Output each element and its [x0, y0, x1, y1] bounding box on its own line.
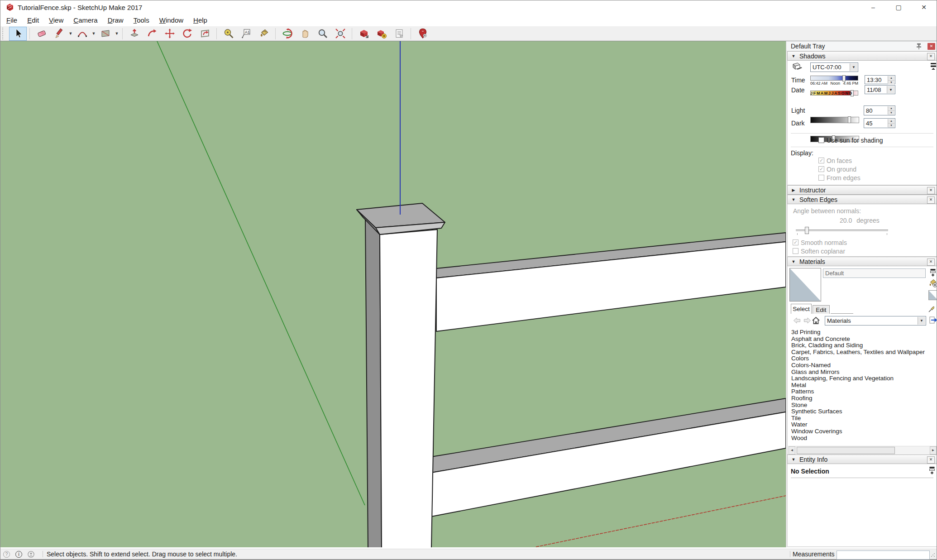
home-icon[interactable] [812, 316, 820, 325]
title-bar[interactable]: TutorialFence.skp - SketchUp Make 2017 –… [0, 0, 937, 14]
tray-close-button[interactable]: ✕ [927, 43, 935, 50]
tape-measure-tool-button[interactable] [220, 27, 237, 41]
list-item[interactable]: Tile [788, 415, 937, 422]
date-input[interactable]: 11/08 ▼ [865, 85, 895, 94]
collection-dropdown-icon[interactable]: ▼ [918, 317, 925, 325]
soften-edges-close-icon[interactable]: ✕ [927, 196, 935, 204]
list-item[interactable]: Metal [788, 382, 937, 389]
arc-tool-dropdown[interactable]: ▼ [91, 27, 96, 40]
smooth-normals-checkbox[interactable] [793, 239, 798, 245]
shapes-tool-button[interactable] [96, 27, 114, 41]
push-pull-tool-button[interactable] [125, 27, 143, 41]
use-sun-checkbox[interactable] [818, 137, 824, 143]
soften-edges-panel-header[interactable]: ▼ Soften Edges ✕ [787, 195, 937, 204]
move-tool-button[interactable] [161, 27, 178, 41]
measurements-input[interactable] [837, 550, 930, 560]
materials-close-icon[interactable]: ✕ [927, 258, 935, 266]
create-material-icon[interactable] [929, 278, 937, 287]
light-spinner[interactable]: ▲▼ [888, 106, 894, 115]
list-item[interactable]: Stone [788, 402, 937, 409]
materials-panel-header[interactable]: ▼ Materials ✕ [787, 257, 937, 266]
time-slider[interactable] [810, 76, 858, 81]
orbit-tool-button[interactable] [278, 27, 296, 41]
viewport-3d[interactable] [0, 41, 786, 547]
tray-header[interactable]: Default Tray ✕ [786, 41, 937, 51]
select-tool-button[interactable] [9, 27, 27, 41]
eraser-tool-button[interactable] [33, 27, 50, 41]
toolbar-grip[interactable] [2, 28, 5, 39]
forward-arrow-icon[interactable] [803, 317, 811, 324]
on-faces-checkbox[interactable] [818, 158, 824, 163]
entity-details-toggle-icon[interactable] [929, 466, 936, 475]
angle-slider-handle[interactable] [805, 227, 809, 234]
menu-tools[interactable]: Tools [129, 14, 154, 26]
time-spinner[interactable]: ▲▼ [888, 76, 894, 83]
close-button[interactable]: ✕ [911, 0, 937, 14]
scrollbar-thumb[interactable] [797, 447, 895, 454]
pan-tool-button[interactable] [296, 27, 314, 41]
zoom-tool-button[interactable] [314, 27, 331, 41]
list-item[interactable]: Wood [788, 435, 937, 442]
minimize-button[interactable]: – [861, 0, 886, 14]
shadows-panel-header[interactable]: ▼ Shadows ✕ [787, 51, 937, 61]
info-icon[interactable]: i [15, 551, 22, 558]
list-item[interactable]: Carpet, Fabrics, Leathers, Textiles and … [788, 349, 937, 356]
list-item[interactable]: Asphalt and Concrete [788, 336, 937, 343]
list-item[interactable]: Brick, Cladding and Siding [788, 342, 937, 349]
list-item[interactable]: Synthetic Surfaces [788, 408, 937, 415]
list-item[interactable]: Roofing [788, 395, 937, 402]
collapse-icon-materials[interactable]: ▼ [788, 259, 799, 264]
time-input[interactable]: 13:30 ▲▼ [865, 75, 895, 84]
angle-slider[interactable] [796, 230, 888, 232]
help-question-icon[interactable]: ? [3, 551, 10, 558]
entity-info-panel-header[interactable]: ▼ Entity Info ✕ [787, 455, 937, 464]
zoom-extents-tool-button[interactable] [331, 27, 349, 41]
list-item[interactable]: Glass and Mirrors [788, 369, 937, 376]
red-cube-arrow-button[interactable] [355, 27, 373, 41]
offset-tool-button[interactable] [196, 27, 214, 41]
list-item[interactable]: Landscaping, Fencing and Vegetation [788, 375, 937, 382]
warehouse-pin-button[interactable] [414, 27, 431, 41]
list-item[interactable]: Patterns [788, 388, 937, 395]
red-cube-plus-button[interactable] [373, 27, 390, 41]
back-arrow-icon[interactable] [793, 317, 801, 324]
menu-help[interactable]: Help [188, 14, 212, 26]
light-slider[interactable] [810, 117, 859, 123]
text-tool-button[interactable]: A1 [237, 27, 255, 41]
list-item[interactable]: Colors-Named [788, 362, 937, 369]
paint-bucket-tool-button[interactable] [255, 27, 272, 41]
menu-camera[interactable]: Camera [68, 14, 102, 26]
secondary-pane-icon[interactable] [930, 268, 937, 277]
shapes-tool-dropdown[interactable]: ▼ [114, 27, 120, 40]
sample-paint-eyedropper-icon[interactable] [928, 303, 934, 313]
scroll-right-icon[interactable]: ► [930, 446, 937, 455]
shadows-close-icon[interactable]: ✕ [927, 53, 935, 60]
line-tool-dropdown[interactable]: ▼ [68, 27, 73, 40]
details-arrow-icon[interactable] [929, 316, 937, 325]
instructor-panel-header[interactable]: ▶ Instructor ✕ [787, 185, 937, 195]
list-item[interactable]: 3d Printing [788, 329, 937, 336]
list-item[interactable]: Window Coverings [788, 428, 937, 435]
entity-info-close-icon[interactable]: ✕ [927, 456, 935, 464]
person-icon[interactable] [28, 551, 34, 558]
soften-coplanar-checkbox[interactable] [793, 248, 798, 254]
fence-post-side-face[interactable] [365, 219, 382, 547]
menu-file[interactable]: File [1, 14, 22, 26]
collection-select[interactable]: Materials ▼ [825, 316, 926, 325]
materials-horizontal-scrollbar[interactable]: ◄ ► [788, 446, 937, 455]
rotate-tool-button[interactable] [178, 27, 196, 41]
document-button[interactable] [390, 27, 408, 41]
fence-post-front-face[interactable] [380, 230, 437, 547]
dark-input[interactable]: 45 ▲▼ [864, 118, 895, 128]
maximize-button[interactable]: ▢ [886, 0, 911, 14]
menu-view[interactable]: View [44, 14, 68, 26]
line-tool-button[interactable] [50, 27, 68, 41]
on-ground-checkbox[interactable] [818, 166, 824, 172]
menu-edit[interactable]: Edit [22, 14, 44, 26]
timezone-dropdown-icon[interactable]: ▼ [850, 63, 857, 71]
dark-spinner[interactable]: ▲▼ [888, 119, 894, 127]
time-slider-thumb[interactable] [842, 75, 846, 81]
collapse-icon-soften[interactable]: ▼ [788, 197, 799, 202]
menu-window[interactable]: Window [154, 14, 188, 26]
shadow-display-icon[interactable] [930, 62, 937, 71]
